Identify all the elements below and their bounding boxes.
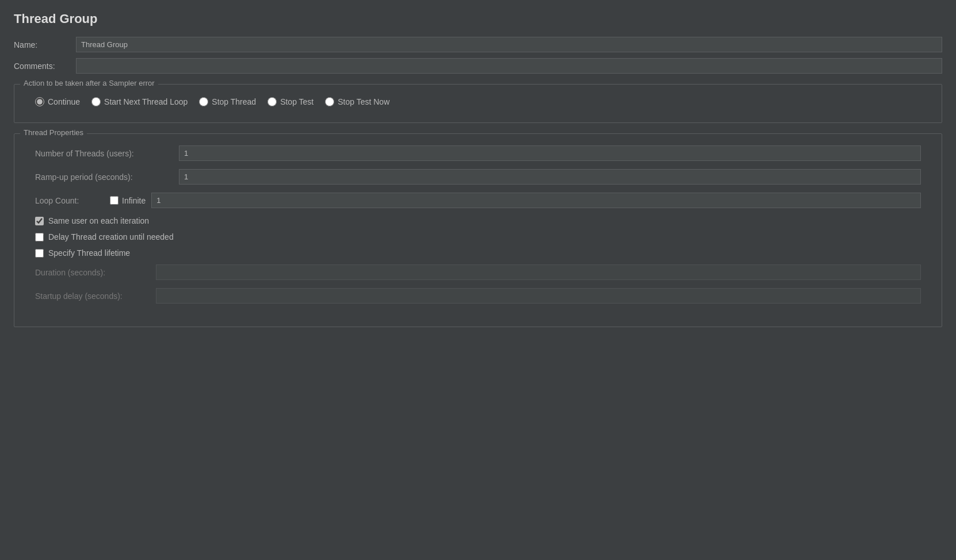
ramp-up-label: Ramp-up period (seconds):: [35, 172, 173, 182]
delay-thread-checkbox[interactable]: [35, 233, 44, 241]
loop-count-row: Loop Count: Infinite: [35, 193, 921, 208]
specify-lifetime-row[interactable]: Specify Thread lifetime: [35, 248, 921, 258]
name-input[interactable]: [76, 37, 942, 52]
radio-continue-input[interactable]: [35, 97, 44, 106]
ramp-up-input[interactable]: [179, 169, 921, 185]
radio-stop-test-now-input[interactable]: [325, 97, 334, 106]
radio-stop-thread-input[interactable]: [199, 97, 208, 106]
thread-properties-section: Thread Properties Number of Threads (use…: [14, 133, 942, 327]
thread-props-content: Number of Threads (users): Ramp-up perio…: [24, 140, 932, 317]
name-label: Name:: [14, 40, 71, 49]
duration-label: Duration (seconds):: [35, 268, 150, 277]
radio-stop-thread[interactable]: Stop Thread: [199, 97, 256, 106]
sampler-error-section: Action to be taken after a Sampler error…: [14, 84, 942, 123]
ramp-up-row: Ramp-up period (seconds):: [35, 169, 921, 185]
num-threads-input[interactable]: [179, 145, 921, 161]
delay-thread-row[interactable]: Delay Thread creation until needed: [35, 232, 921, 241]
num-threads-label: Number of Threads (users):: [35, 149, 173, 158]
sampler-error-legend: Action to be taken after a Sampler error: [20, 79, 158, 87]
same-user-row[interactable]: Same user on each iteration: [35, 216, 921, 225]
infinite-label: Infinite: [122, 196, 146, 205]
specify-lifetime-label: Specify Thread lifetime: [48, 248, 130, 258]
comments-label: Comments:: [14, 62, 71, 71]
radio-stop-test[interactable]: Stop Test: [267, 97, 313, 106]
same-user-checkbox[interactable]: [35, 217, 44, 225]
radio-continue-label: Continue: [48, 97, 80, 106]
radio-group: Continue Start Next Thread Loop Stop Thr…: [24, 90, 932, 113]
radio-stop-test-now-label: Stop Test Now: [338, 97, 389, 106]
delay-thread-label: Delay Thread creation until needed: [48, 232, 174, 241]
radio-start-next-thread-loop-label: Start Next Thread Loop: [104, 97, 188, 106]
startup-delay-label: Startup delay (seconds):: [35, 291, 150, 301]
radio-stop-test-label: Stop Test: [280, 97, 313, 106]
radio-stop-thread-label: Stop Thread: [212, 97, 256, 106]
specify-lifetime-checkbox[interactable]: [35, 249, 44, 258]
duration-row: Duration (seconds):: [35, 264, 921, 280]
startup-delay-input[interactable]: [156, 288, 921, 304]
radio-stop-test-now[interactable]: Stop Test Now: [325, 97, 389, 106]
radio-start-next-thread-loop[interactable]: Start Next Thread Loop: [91, 97, 188, 106]
num-threads-row: Number of Threads (users):: [35, 145, 921, 161]
radio-stop-test-input[interactable]: [267, 97, 277, 106]
infinite-check[interactable]: Infinite: [110, 196, 146, 205]
loop-count-input[interactable]: [151, 193, 921, 208]
page-title: Thread Group: [14, 11, 942, 26]
loop-count-label: Loop Count:: [35, 196, 104, 205]
radio-continue[interactable]: Continue: [35, 97, 80, 106]
comments-input[interactable]: [76, 58, 942, 74]
thread-properties-legend: Thread Properties: [20, 128, 87, 137]
duration-input[interactable]: [156, 264, 921, 280]
startup-delay-row: Startup delay (seconds):: [35, 288, 921, 304]
infinite-checkbox[interactable]: [110, 196, 118, 205]
radio-start-next-thread-loop-input[interactable]: [91, 97, 101, 106]
same-user-label: Same user on each iteration: [48, 216, 149, 225]
